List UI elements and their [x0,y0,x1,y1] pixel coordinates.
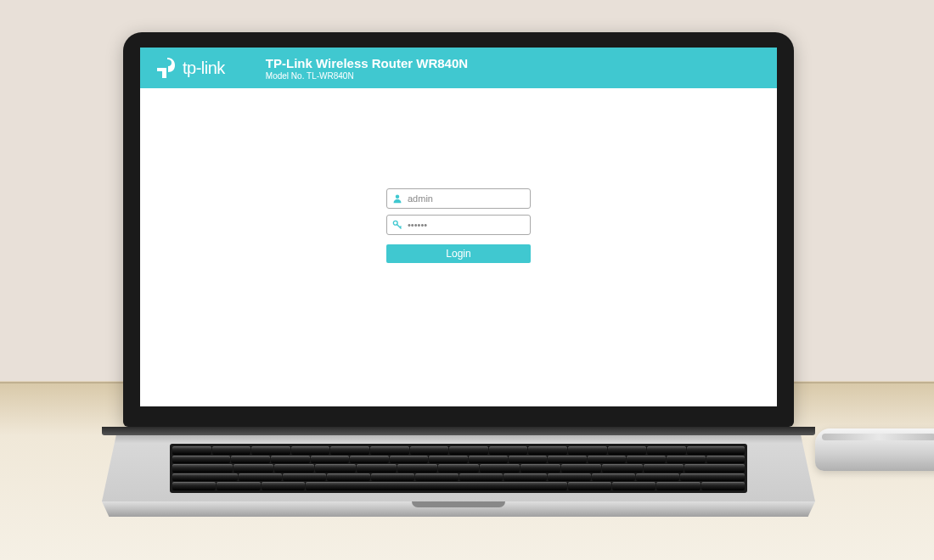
laptop-base [102,427,815,518]
svg-point-2 [396,195,400,199]
key-icon [392,220,402,230]
keyboard-deck [102,435,815,501]
login-content-area: Login [140,88,777,406]
password-row[interactable] [386,215,531,235]
side-device [815,428,934,471]
header-bar: tp-link TP-Link Wireless Router WR840N M… [140,48,777,88]
laptop-front-edge [102,501,815,517]
router-title: TP-Link Wireless Router WR840N [266,56,468,71]
svg-rect-1 [162,68,166,78]
login-form: Login [386,188,531,263]
svg-line-5 [400,227,402,228]
laptop-lid: tp-link TP-Link Wireless Router WR840N M… [123,32,794,427]
password-input[interactable] [408,220,525,230]
tp-link-logo-icon [155,56,176,80]
brand-name: tp-link [183,59,225,78]
router-model: Model No. TL-WR840N [266,71,468,81]
keyboard [170,444,747,493]
laptop: tp-link TP-Link Wireless Router WR840N M… [123,32,794,518]
username-row[interactable] [386,188,531,209]
brand-logo: tp-link [155,56,225,80]
laptop-notch [412,501,505,507]
login-button[interactable]: Login [386,244,531,263]
username-input[interactable] [408,193,525,204]
title-block: TP-Link Wireless Router WR840N Model No.… [266,56,468,81]
router-admin-screen: tp-link TP-Link Wireless Router WR840N M… [140,48,777,406]
laptop-hinge [102,427,815,435]
user-icon [392,193,402,204]
